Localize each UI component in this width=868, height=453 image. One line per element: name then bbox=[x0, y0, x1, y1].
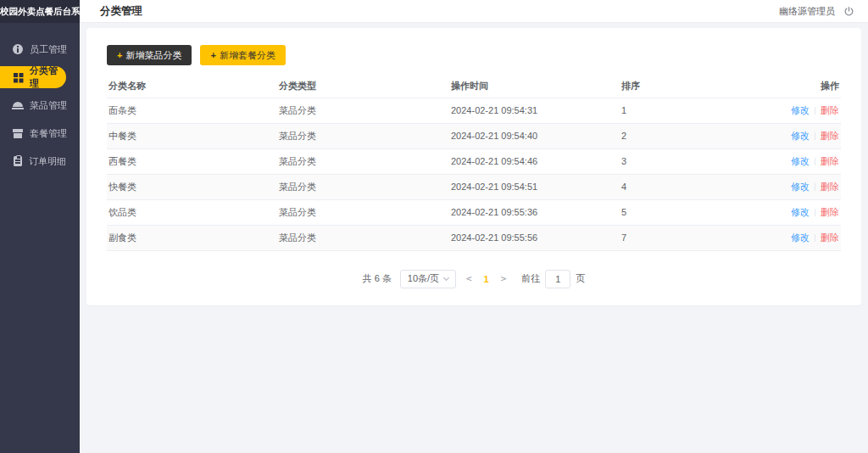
action-divider bbox=[815, 183, 815, 191]
delete-link[interactable]: 删除 bbox=[821, 156, 839, 166]
cell-type: 菜品分类 bbox=[277, 123, 449, 148]
add-dish-category-button[interactable]: + 新增菜品分类 bbox=[107, 45, 192, 65]
action-divider bbox=[815, 209, 815, 216]
current-user: 幽络源管理员 bbox=[779, 5, 835, 18]
toolbar: + 新增菜品分类 + 新增套餐分类 bbox=[107, 45, 841, 65]
table-row: 快餐类菜品分类2024-02-21 09:54:514修改删除 bbox=[107, 174, 841, 199]
category-card: + 新增菜品分类 + 新增套餐分类 分类名称 分类类型 操作时间 bbox=[86, 28, 861, 305]
cell-time: 2024-02-21 09:54:46 bbox=[449, 148, 620, 174]
sidebar-item-combos[interactable]: 套餐管理 bbox=[0, 122, 80, 144]
table-row: 副食类菜品分类2024-02-21 09:55:567修改删除 bbox=[107, 225, 841, 250]
sidebar-menu: 员工管理 分类管理 菜品管理 套餐管理 订单明细 bbox=[0, 23, 80, 172]
delete-link[interactable]: 删除 bbox=[821, 232, 839, 243]
page-size-select[interactable]: 10条/页 bbox=[400, 270, 456, 288]
cell-name: 西餐类 bbox=[107, 148, 277, 174]
table-row: 中餐类菜品分类2024-02-21 09:54:402修改删除 bbox=[107, 123, 841, 148]
topbar: 分类管理 幽络源管理员 bbox=[80, 0, 868, 23]
row-actions: 修改删除 bbox=[789, 174, 841, 199]
add-combo-category-button[interactable]: + 新增套餐分类 bbox=[200, 45, 285, 65]
plus-icon: + bbox=[210, 50, 215, 60]
cell-time: 2024-02-21 09:55:36 bbox=[449, 199, 620, 225]
edit-link[interactable]: 修改 bbox=[791, 105, 810, 115]
user-info-icon bbox=[13, 44, 23, 54]
goto-suffix: 页 bbox=[576, 272, 585, 285]
gift-icon bbox=[13, 128, 23, 138]
main-area: 分类管理 幽络源管理员 + 新增菜品分类 + 新增套餐分类 bbox=[80, 0, 868, 310]
sidebar-item-label: 订单明细 bbox=[29, 155, 66, 168]
app-title: 校园外卖点餐后台系统 bbox=[0, 0, 80, 23]
cell-name: 饮品类 bbox=[107, 199, 277, 225]
action-divider bbox=[815, 132, 815, 140]
clipboard-icon bbox=[14, 156, 22, 166]
cell-sort: 3 bbox=[620, 148, 789, 174]
sidebar-item-label: 套餐管理 bbox=[30, 127, 67, 140]
col-type: 分类类型 bbox=[277, 76, 449, 98]
chevron-down-icon bbox=[443, 274, 449, 280]
sidebar-item-label: 菜品管理 bbox=[30, 99, 67, 112]
col-time: 操作时间 bbox=[449, 76, 620, 98]
cell-type: 菜品分类 bbox=[277, 225, 449, 250]
cell-time: 2024-02-21 09:54:40 bbox=[449, 123, 620, 148]
cell-sort: 5 bbox=[620, 199, 789, 225]
col-name: 分类名称 bbox=[107, 76, 277, 98]
pagination: 共 6 条 10条/页 < 1 > 前往 页 bbox=[107, 270, 841, 288]
cell-time: 2024-02-21 09:54:51 bbox=[449, 174, 620, 199]
table-header-row: 分类名称 分类类型 操作时间 排序 操作 bbox=[107, 76, 841, 98]
cell-type: 菜品分类 bbox=[277, 199, 449, 225]
action-divider bbox=[815, 107, 815, 115]
grid-icon bbox=[13, 72, 23, 82]
cell-time: 2024-02-21 09:55:56 bbox=[449, 225, 620, 250]
row-actions: 修改删除 bbox=[789, 148, 841, 174]
edit-link[interactable]: 修改 bbox=[791, 207, 810, 217]
sidebar-item-label: 员工管理 bbox=[30, 43, 67, 56]
edit-link[interactable]: 修改 bbox=[791, 131, 810, 141]
pagination-total: 共 6 条 bbox=[363, 272, 392, 285]
content: + 新增菜品分类 + 新增套餐分类 分类名称 分类类型 操作时间 bbox=[80, 23, 868, 310]
sidebar-item-label: 分类管理 bbox=[30, 64, 66, 90]
current-page[interactable]: 1 bbox=[482, 274, 491, 284]
action-divider bbox=[815, 234, 815, 242]
cell-sort: 4 bbox=[620, 174, 789, 199]
delete-link[interactable]: 删除 bbox=[821, 182, 839, 192]
cell-name: 中餐类 bbox=[107, 123, 277, 148]
edit-link[interactable]: 修改 bbox=[791, 182, 810, 192]
delete-link[interactable]: 删除 bbox=[821, 207, 839, 217]
table-body: 面条类菜品分类2024-02-21 09:54:311修改删除中餐类菜品分类20… bbox=[107, 98, 841, 250]
cell-type: 菜品分类 bbox=[277, 174, 449, 199]
delete-link[interactable]: 删除 bbox=[821, 105, 839, 115]
sidebar: 校园外卖点餐后台系统 员工管理 分类管理 菜品管理 套餐管理 订单明细 bbox=[0, 0, 80, 453]
cell-time: 2024-02-21 09:54:31 bbox=[449, 98, 620, 123]
cell-type: 菜品分类 bbox=[277, 148, 449, 174]
cell-name: 面条类 bbox=[107, 98, 277, 123]
logout-power-icon[interactable] bbox=[843, 6, 854, 17]
action-divider bbox=[815, 158, 815, 165]
next-page-button[interactable]: > bbox=[499, 273, 509, 284]
row-actions: 修改删除 bbox=[789, 98, 841, 123]
row-actions: 修改删除 bbox=[789, 225, 841, 250]
table-row: 面条类菜品分类2024-02-21 09:54:311修改删除 bbox=[107, 98, 841, 123]
sidebar-item-dishes[interactable]: 菜品管理 bbox=[0, 94, 80, 116]
edit-link[interactable]: 修改 bbox=[791, 232, 810, 243]
goto-page-input[interactable] bbox=[545, 270, 570, 288]
sidebar-item-orders[interactable]: 订单明细 bbox=[0, 150, 80, 172]
table-row: 西餐类菜品分类2024-02-21 09:54:463修改删除 bbox=[107, 148, 841, 174]
delete-link[interactable]: 删除 bbox=[821, 131, 839, 141]
cell-sort: 7 bbox=[620, 225, 789, 250]
goto-label: 前往 bbox=[521, 272, 540, 285]
row-actions: 修改删除 bbox=[789, 199, 841, 225]
col-sort: 排序 bbox=[620, 76, 789, 98]
row-actions: 修改删除 bbox=[789, 123, 841, 148]
prev-page-button[interactable]: < bbox=[465, 273, 474, 284]
table-row: 饮品类菜品分类2024-02-21 09:55:365修改删除 bbox=[107, 199, 841, 225]
plus-icon: + bbox=[117, 50, 122, 60]
cell-name: 快餐类 bbox=[107, 174, 277, 199]
dish-cloche-icon bbox=[13, 100, 23, 110]
cell-name: 副食类 bbox=[107, 225, 277, 250]
edit-link[interactable]: 修改 bbox=[791, 156, 810, 166]
cell-sort: 1 bbox=[620, 98, 789, 123]
sidebar-item-employees[interactable]: 员工管理 bbox=[0, 38, 80, 60]
page-title: 分类管理 bbox=[100, 4, 142, 19]
sidebar-item-categories[interactable]: 分类管理 bbox=[0, 66, 66, 88]
cell-sort: 2 bbox=[620, 123, 789, 148]
cell-type: 菜品分类 bbox=[277, 98, 449, 123]
